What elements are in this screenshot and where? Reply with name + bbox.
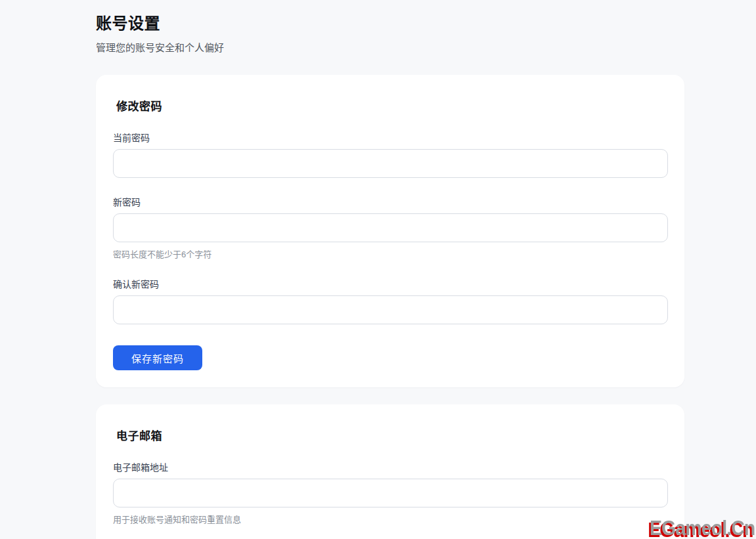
settings-page: 账号设置 管理您的账号安全和个人偏好 修改密码 当前密码 新密码 密码长度不能少… [96, 0, 684, 539]
email-input[interactable] [113, 479, 668, 507]
current-password-field-group: 当前密码 [113, 131, 667, 178]
new-password-label: 新密码 [113, 195, 667, 208]
new-password-input[interactable] [113, 213, 668, 242]
confirm-password-field-group: 确认新密码 [113, 277, 667, 324]
new-password-hint: 密码长度不能少于6个字符 [113, 248, 667, 260]
password-card-title: 修改密码 [116, 97, 667, 114]
confirm-password-label: 确认新密码 [113, 277, 667, 290]
current-password-label: 当前密码 [113, 131, 667, 144]
confirm-password-input[interactable] [113, 295, 668, 324]
email-card-title: 电子邮箱 [116, 427, 667, 443]
save-password-button[interactable]: 保存新密码 [113, 345, 202, 370]
email-label: 电子邮箱地址 [113, 460, 667, 473]
page-title: 账号设置 [96, 0, 684, 33]
email-hint: 用于接收账号通知和密码重置信息 [113, 513, 667, 525]
current-password-input[interactable] [113, 149, 668, 178]
new-password-field-group: 新密码 密码长度不能少于6个字符 [113, 195, 667, 260]
email-card: 电子邮箱 电子邮箱地址 用于接收账号通知和密码重置信息 更新邮箱 [96, 404, 684, 539]
password-card: 修改密码 当前密码 新密码 密码长度不能少于6个字符 确认新密码 保存新密码 [96, 75, 684, 387]
page-subtitle: 管理您的账号安全和个人偏好 [96, 40, 684, 54]
email-field-group: 电子邮箱地址 用于接收账号通知和密码重置信息 [113, 460, 667, 525]
